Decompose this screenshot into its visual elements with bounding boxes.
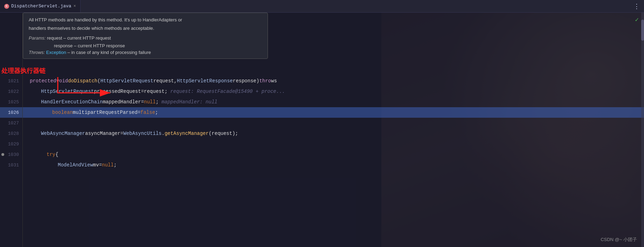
kw-protected: protected: [30, 78, 56, 84]
throws-desc: – in case of any kind of processing fail…: [68, 50, 151, 55]
tab-close-button[interactable]: ×: [74, 4, 76, 9]
line-numbers: 1021 1022 1025 1026 1027 1028 1029 1030: [0, 13, 23, 247]
var-mappedHandler: mappedHandler: [103, 99, 141, 105]
comma1: ,: [174, 78, 177, 84]
params-label: Params:: [29, 35, 46, 41]
val-null: null: [144, 99, 156, 105]
class-WebAsyncUtils: WebAsyncUtils: [123, 131, 161, 136]
kw-throws: thro: [259, 78, 271, 84]
doc-desc-line2: handlers themselves to decide which meth…: [29, 25, 262, 32]
tab-bar: C DispatcherServlet.java × ⋮: [0, 0, 644, 13]
type-WebAsyncManager: WebAsyncManager: [41, 131, 85, 136]
line-num-1026: 1026: [0, 107, 22, 118]
annotation-text: 处理器执行器链: [1, 67, 46, 75]
semi2: ;: [156, 99, 159, 105]
try-brace: {: [55, 152, 58, 157]
var-mv: mv: [93, 162, 99, 168]
arg-request: request: [212, 131, 232, 136]
paren3: );: [232, 131, 238, 136]
dot1: .: [161, 131, 164, 136]
gutter-mark-1030: [1, 153, 4, 156]
var-response: response: [233, 78, 256, 84]
line-num-1025: 1025: [0, 97, 22, 107]
assign2: =: [141, 99, 144, 105]
doc-popup: All HTTP methods are handled by this met…: [23, 13, 268, 59]
line-num-1021: 1021: [0, 76, 22, 86]
assign1: =: [141, 89, 144, 94]
var-request: request: [153, 78, 174, 84]
kw-boolean: boolean: [52, 110, 73, 115]
var-multipartRequestParsed: multipartRequestParsed: [73, 110, 138, 115]
editor-container: C DispatcherServlet.java × ⋮ All HTTP me…: [0, 0, 644, 247]
type-HandlerExecutionChain: HandlerExecutionChain: [41, 99, 103, 105]
scrollbar-thumb[interactable]: [641, 20, 644, 41]
code-line-1028: WebAsyncManager asyncManager = WebAsyncU…: [23, 128, 644, 139]
tab-item-dispatcher[interactable]: C DispatcherServlet.java ×: [0, 0, 81, 12]
watermark-text: CSDN @~ 小团子: [601, 236, 637, 243]
line-num-1031: 1031: [0, 160, 22, 170]
kw-try: try: [47, 152, 55, 157]
code-line-1025: HandlerExecutionChain mappedHandler = nu…: [23, 97, 644, 107]
checkmark-icon: ✓: [635, 16, 639, 23]
param2-desc: current HTTP response: [78, 43, 125, 48]
tab-file-icon: C: [4, 4, 9, 9]
param1-name: request: [47, 35, 62, 41]
kebab-menu-button[interactable]: ⋮: [629, 2, 644, 10]
throws-type: Exception: [46, 50, 66, 55]
hint-1022: request: RequestFacade@15490 + proce...: [170, 89, 285, 94]
val-false: false: [140, 110, 155, 115]
param1-dash: –: [63, 35, 66, 41]
scrollbar[interactable]: [641, 13, 644, 247]
assign5: =: [99, 162, 102, 168]
line-num-1028: 1028: [0, 128, 22, 139]
assign4: =: [120, 131, 123, 136]
throws-cont: ws: [271, 78, 277, 84]
semi5: ;: [114, 162, 117, 168]
code-line-1030: try {: [23, 149, 644, 160]
line-num-1027: 1027: [0, 118, 22, 128]
doc-params-section: Params: request – current HTTP request r…: [29, 34, 262, 50]
semi1: ;: [165, 89, 167, 94]
throws-label: Throws:: [29, 50, 45, 55]
type-ModelAndView: ModelAndView: [58, 162, 93, 168]
paren2: (: [209, 131, 212, 136]
tab-filename: DispatcherServlet.java: [11, 4, 71, 9]
line-num-1022: 1022: [0, 86, 22, 97]
var-asyncManager: asyncManager: [85, 131, 120, 136]
param2-name: response: [54, 43, 72, 48]
code-line-1027: [23, 118, 644, 128]
type-HttpServletResponse: HttpServletResponse: [177, 78, 233, 84]
line-num-1029: 1029: [0, 139, 22, 149]
val-request: request: [144, 89, 165, 94]
doc-desc-line1: All HTTP methods are handled by this met…: [29, 16, 262, 23]
doc-throws-section: Throws: Exception – in case of any kind …: [29, 50, 262, 55]
method-getAsyncManager: getAsyncManager: [165, 131, 209, 136]
annotation-arrow: [54, 70, 131, 98]
assign3: =: [138, 110, 140, 115]
code-area: All HTTP methods are handled by this met…: [0, 13, 644, 247]
paren-close-throw: ): [256, 78, 259, 84]
code-line-1026: boolean multipartRequestParsed = false ;: [23, 107, 644, 118]
line-num-1030: 1030: [0, 149, 22, 160]
hint-1025: mappedHandler: null: [161, 99, 217, 105]
val-null2: null: [102, 162, 114, 168]
code-line-1029: [23, 139, 644, 149]
param2-dash: –: [74, 43, 76, 48]
code-line-1031: ModelAndView mv = null ;: [23, 160, 644, 170]
semi3: ;: [155, 110, 158, 115]
param1-desc: current HTTP request: [67, 35, 111, 41]
